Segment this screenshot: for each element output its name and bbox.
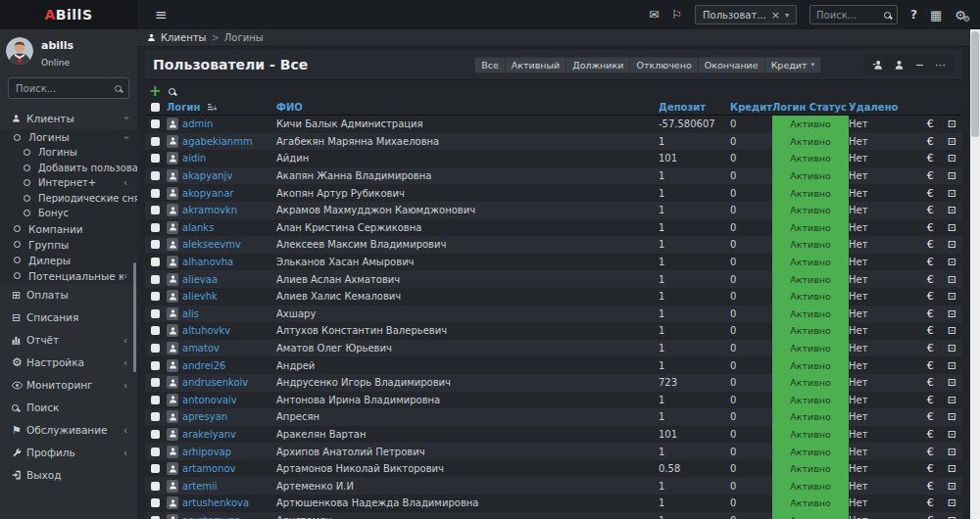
row-checkbox[interactable]: [151, 361, 160, 370]
row-checkbox[interactable]: [151, 223, 160, 232]
row-checkbox[interactable]: [151, 378, 160, 387]
header-deleted[interactable]: Удалено: [849, 102, 917, 113]
euro-action-icon[interactable]: €: [927, 257, 934, 267]
square-dot-action-icon[interactable]: ⊡: [948, 118, 956, 129]
filter-button-должники[interactable]: Должники: [565, 57, 629, 73]
login-link[interactable]: admin: [182, 118, 213, 129]
login-link[interactable]: akapyanjv: [182, 170, 232, 181]
square-dot-action-icon[interactable]: ⊡: [948, 481, 956, 492]
login-link[interactable]: alis: [182, 308, 199, 319]
login-link[interactable]: arhipovap: [182, 447, 231, 457]
login-link[interactable]: agabekianmm: [182, 136, 253, 147]
square-dot-action-icon[interactable]: ⊡: [948, 239, 956, 250]
header-fio[interactable]: ФИО: [276, 102, 659, 113]
filter-button-отключено[interactable]: Отключено: [629, 57, 697, 73]
sidebar-item-добавить-пользователя[interactable]: Добавить пользователя: [0, 161, 137, 176]
square-dot-action-icon[interactable]: ⊡: [948, 153, 956, 164]
euro-action-icon[interactable]: €: [927, 136, 934, 147]
sort-icon[interactable]: [208, 103, 217, 112]
sidebar-item-логины[interactable]: Логины‹: [0, 129, 137, 145]
euro-action-icon[interactable]: €: [927, 188, 934, 199]
login-link[interactable]: altuhovkv: [182, 325, 230, 336]
square-dot-action-icon[interactable]: ⊡: [948, 411, 956, 422]
sidebar-item-настройка[interactable]: ⚙Настройка‹: [0, 352, 137, 374]
square-dot-action-icon[interactable]: ⊡: [948, 308, 956, 319]
sidebar-item-оплаты[interactable]: ⊞Оплаты: [0, 284, 137, 307]
search-icon[interactable]: [884, 12, 891, 19]
cogs-icon[interactable]: ⚙⚙: [955, 9, 966, 22]
login-link[interactable]: artushenkova: [182, 497, 249, 508]
more-icon[interactable]: ⋯: [935, 60, 946, 71]
row-checkbox[interactable]: [151, 430, 160, 439]
row-checkbox[interactable]: [151, 137, 160, 146]
header-deposit[interactable]: Депозит: [659, 102, 730, 113]
sidebar-item-профиль[interactable]: Профиль‹: [0, 442, 137, 464]
euro-action-icon[interactable]: €: [927, 118, 934, 129]
row-checkbox[interactable]: [151, 171, 160, 180]
euro-action-icon[interactable]: €: [927, 153, 934, 164]
sidebar-item-отчёт[interactable]: Отчёт‹: [0, 329, 137, 352]
euro-action-icon[interactable]: €: [927, 515, 934, 519]
open-tab-chip[interactable]: Пользоват... × ▾: [695, 5, 797, 24]
sidebar-item-выход[interactable]: Выход: [0, 464, 137, 487]
square-dot-action-icon[interactable]: ⊡: [948, 463, 956, 474]
row-checkbox[interactable]: [151, 412, 160, 421]
sidebar-item-интернет+[interactable]: Интернет+‹: [0, 175, 137, 191]
sidebar-item-мониторинг[interactable]: Мониторинг‹: [0, 374, 137, 397]
main-scrollbar[interactable]: [970, 29, 980, 519]
sidebar-item-обслуживание[interactable]: ⚑Обслуживание‹: [0, 419, 137, 442]
login-link[interactable]: akopyanar: [182, 188, 234, 199]
login-link[interactable]: amatov: [182, 343, 220, 354]
avatar[interactable]: [6, 37, 33, 65]
login-link[interactable]: andrei26: [182, 360, 225, 371]
header-login[interactable]: Логин: [167, 102, 276, 113]
euro-action-icon[interactable]: €: [927, 429, 934, 440]
row-checkbox[interactable]: [151, 275, 160, 284]
square-dot-action-icon[interactable]: ⊡: [948, 222, 956, 233]
euro-action-icon[interactable]: €: [927, 222, 934, 233]
header-credit[interactable]: Кредит: [730, 102, 772, 113]
sidebar-item-потенциальные-клиенты[interactable]: Потенциальные клиенты‹: [0, 268, 137, 284]
row-checkbox[interactable]: [151, 498, 160, 507]
square-dot-action-icon[interactable]: ⊡: [948, 325, 956, 336]
euro-action-icon[interactable]: €: [927, 481, 934, 492]
square-dot-action-icon[interactable]: ⊡: [948, 274, 956, 285]
login-link[interactable]: artamonov: [182, 463, 236, 474]
square-dot-action-icon[interactable]: ⊡: [948, 447, 956, 457]
square-dot-action-icon[interactable]: ⊡: [948, 377, 956, 388]
search-icon[interactable]: [115, 85, 122, 92]
row-checkbox[interactable]: [151, 326, 160, 335]
sidebar-item-поиск[interactable]: Поиск: [0, 397, 137, 419]
row-checkbox[interactable]: [151, 206, 160, 214]
login-link[interactable]: alekseevmv: [182, 239, 241, 250]
sidebar-item-списания[interactable]: ⊟Списания: [0, 307, 137, 329]
login-link[interactable]: antonovaiv: [182, 395, 237, 405]
square-dot-action-icon[interactable]: ⊡: [948, 188, 956, 199]
login-link[interactable]: arakelyanv: [182, 429, 236, 440]
euro-action-icon[interactable]: €: [927, 239, 934, 250]
select-all-checkbox[interactable]: [151, 103, 160, 112]
square-dot-action-icon[interactable]: ⊡: [948, 343, 956, 354]
login-link[interactable]: arustomyan: [182, 515, 241, 519]
main-scrollbar-thumb[interactable]: [971, 31, 979, 137]
row-checkbox[interactable]: [151, 448, 160, 456]
login-link[interactable]: apresyan: [182, 411, 227, 422]
row-checkbox[interactable]: [151, 189, 160, 198]
user-export-icon[interactable]: [872, 60, 883, 71]
filter-button-все[interactable]: Все: [474, 57, 505, 73]
euro-action-icon[interactable]: €: [927, 308, 934, 319]
sidebar-item-логины[interactable]: Логины: [0, 145, 137, 161]
square-dot-action-icon[interactable]: ⊡: [948, 429, 956, 440]
breadcrumb-clients[interactable]: Клиенты: [161, 32, 206, 43]
sidebar-item-бонус[interactable]: Бонус: [0, 206, 137, 221]
envelope-icon[interactable]: ✉: [649, 9, 659, 21]
sidebar-search-input[interactable]: [16, 83, 111, 94]
login-link[interactable]: alhanovha: [182, 257, 233, 267]
euro-action-icon[interactable]: €: [927, 497, 934, 508]
euro-action-icon[interactable]: €: [927, 274, 934, 285]
login-link[interactable]: alievhk: [182, 291, 218, 302]
grid-icon[interactable]: ▦: [930, 9, 942, 22]
square-dot-action-icon[interactable]: ⊡: [948, 360, 956, 371]
user-icon[interactable]: [894, 60, 905, 71]
row-checkbox[interactable]: [151, 292, 160, 301]
